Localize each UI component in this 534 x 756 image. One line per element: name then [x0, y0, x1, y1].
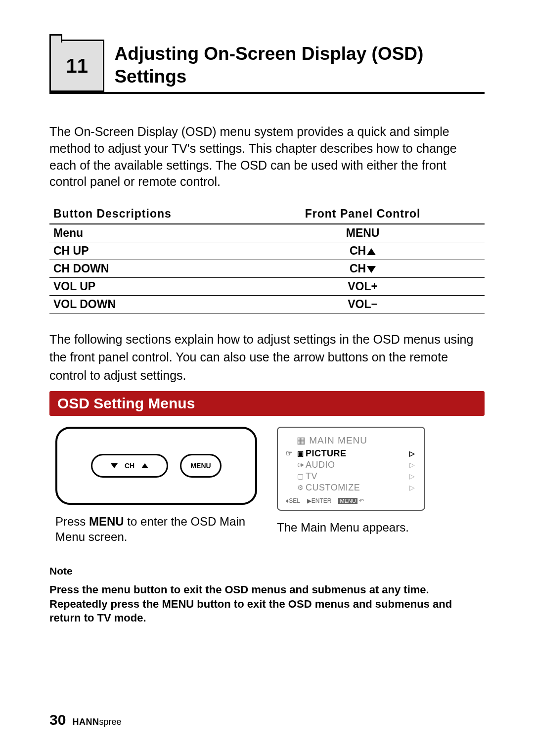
chevron-right-icon: ▷ — [409, 449, 416, 457]
hint-enter: ▶ENTER — [307, 497, 332, 504]
note-heading: Note — [49, 565, 485, 577]
ch-button-illustration: CH — [91, 454, 168, 478]
chapter-number-box: 11 — [49, 40, 104, 92]
brand-bold: HANN — [72, 717, 99, 727]
osd-hint-bar: ♦SEL ▶ENTER MENU ↶ — [286, 497, 416, 504]
table-row: VOL UP VOL+ — [49, 278, 485, 296]
brand-rest: spree — [99, 717, 121, 727]
osd-menu-item: ⚙ CUSTOMIZE ▷ — [286, 482, 416, 493]
table-row: CH UP CH — [49, 242, 485, 260]
table-cell-desc: CH UP — [49, 242, 241, 260]
table-cell-desc: CH DOWN — [49, 260, 241, 278]
triangle-down-icon — [111, 463, 118, 468]
intro-paragraph: The On-Screen Display (OSD) menu system … — [49, 124, 485, 190]
ch-label: CH — [125, 462, 134, 470]
chapter-number: 11 — [66, 55, 88, 77]
pointer-icon: ☞ — [286, 449, 295, 458]
table-cell-ctrl: CH — [241, 242, 485, 260]
hint-menu: MENU ↶ — [338, 497, 364, 504]
page-footer: 30 HANNspree — [49, 712, 121, 728]
note-body: Press the menu button to exit the OSD me… — [49, 583, 485, 625]
chapter-header: 11 Adjusting On-Screen Display (OSD) Set… — [49, 40, 485, 94]
osd-row: CH MENU Press MENU to enter the OSD Main… — [49, 416, 485, 550]
osd-screen-title: ▦ MAIN MENU — [297, 435, 416, 446]
osd-banner: OSD Setting Menus — [49, 391, 485, 416]
table-header-desc: Button Descriptions — [49, 204, 241, 224]
customize-icon: ⚙ — [295, 484, 306, 491]
triangle-down-icon — [367, 266, 376, 273]
menu-button-illustration: MENU — [180, 454, 222, 478]
audio-icon: 🕪 — [295, 461, 306, 469]
table-row: CH DOWN CH — [49, 260, 485, 278]
table-cell-desc: VOL DOWN — [49, 296, 241, 313]
chapter-tab-icon — [49, 34, 62, 43]
caption-right: The Main Menu appears. — [277, 520, 479, 535]
page-number: 30 — [49, 712, 66, 728]
osd-menu-item: 🕪 AUDIO ▷ — [286, 459, 416, 471]
chevron-right-icon: ▷ — [409, 472, 416, 480]
osd-screen-illustration: ▦ MAIN MENU ☞ ▣ PICTURE ▷ 🕪 AUDIO ▷ ▢ TV — [277, 427, 425, 511]
chapter-title: Adjusting On-Screen Display (OSD) Settin… — [114, 40, 485, 92]
hint-sel: ♦SEL — [286, 497, 300, 504]
table-cell-ctrl: CH — [241, 260, 485, 278]
triangle-up-icon — [141, 463, 148, 468]
button-table: Button Descriptions Front Panel Control … — [49, 204, 485, 313]
chevron-right-icon: ▷ — [409, 484, 416, 491]
caption-left: Press MENU to enter the OSD Main Menu sc… — [55, 514, 257, 544]
tv-icon: ▢ — [295, 472, 306, 480]
table-header-ctrl: Front Panel Control — [241, 204, 485, 224]
menu-label: MENU — [190, 462, 211, 470]
front-panel-illustration: CH MENU — [55, 427, 257, 505]
chevron-right-icon: ▷ — [409, 461, 416, 469]
table-row: VOL DOWN VOL− — [49, 296, 485, 313]
osd-menu-item: ☞ ▣ PICTURE ▷ — [286, 448, 416, 459]
triangle-up-icon — [367, 248, 376, 255]
table-cell-ctrl: VOL+ — [241, 278, 485, 296]
table-cell-ctrl: VOL− — [241, 296, 485, 313]
osd-menu-item: ▢ TV ▷ — [286, 471, 416, 482]
table-cell-ctrl: MENU — [241, 224, 485, 242]
table-row: Menu MENU — [49, 224, 485, 242]
table-cell-desc: Menu — [49, 224, 241, 242]
picture-icon: ▣ — [295, 449, 306, 457]
paragraph-2: The following sections explain how to ad… — [49, 330, 485, 384]
table-cell-desc: VOL UP — [49, 278, 241, 296]
